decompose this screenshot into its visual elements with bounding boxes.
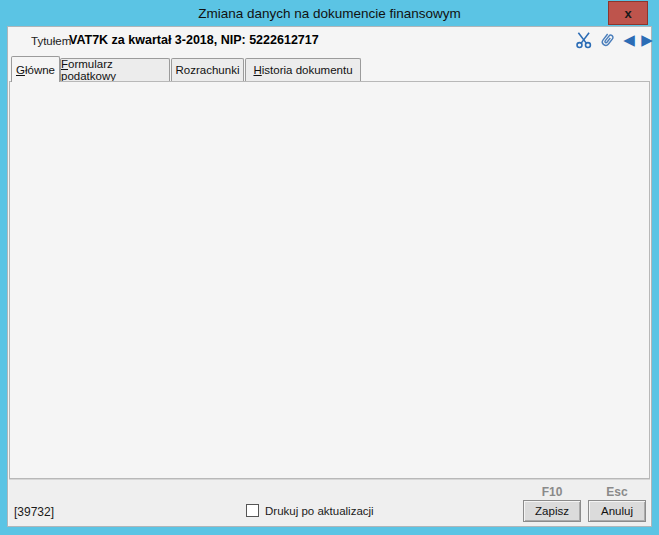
dialog-client-area: Tytułem VAT7K za kwartał 3-2018, NIP: 52…: [7, 26, 652, 527]
tab-historia-dokumentu[interactable]: Historia dokumentu: [245, 58, 361, 81]
paperclip-icon: [594, 27, 619, 52]
arrow-right-icon: ▶: [641, 30, 653, 50]
attach-button[interactable]: [597, 30, 617, 50]
tab-formularz-podatkowy[interactable]: Formularz podatkowy: [60, 58, 170, 81]
dialog-window: Zmiana danych na dokumencie finansowym x…: [0, 0, 659, 535]
zapisz-button[interactable]: Zapisz: [523, 500, 581, 522]
tab-glowne[interactable]: Główne: [11, 56, 60, 82]
f10-hotkey-label: F10: [523, 485, 581, 499]
arrow-left-icon: ◀: [623, 30, 635, 50]
scissors-icon: [575, 31, 593, 49]
cut-button[interactable]: [574, 30, 594, 50]
drukuj-checkbox[interactable]: [246, 504, 259, 517]
tab-page-glowne: [9, 81, 650, 479]
tytulem-header-label: Tytułem: [31, 35, 71, 47]
close-icon: x: [624, 6, 631, 21]
esc-hotkey-label: Esc: [588, 485, 646, 499]
prev-document-button[interactable]: ◀: [619, 30, 639, 50]
close-button[interactable]: x: [608, 1, 648, 25]
tab-rozrachunki[interactable]: Rozrachunki: [171, 58, 244, 81]
anuluj-button[interactable]: Anuluj: [588, 500, 646, 522]
document-title: VAT7K za kwartał 3-2018, NIP: 5222612717: [69, 33, 319, 47]
next-document-button[interactable]: ▶: [637, 30, 657, 50]
drukuj-checkbox-label[interactable]: Drukuj po aktualizacji: [265, 505, 374, 517]
record-id: [39732]: [14, 505, 54, 519]
window-title: Zmiana danych na dokumencie finansowym: [198, 6, 461, 21]
title-bar: Zmiana danych na dokumencie finansowym: [0, 0, 659, 26]
